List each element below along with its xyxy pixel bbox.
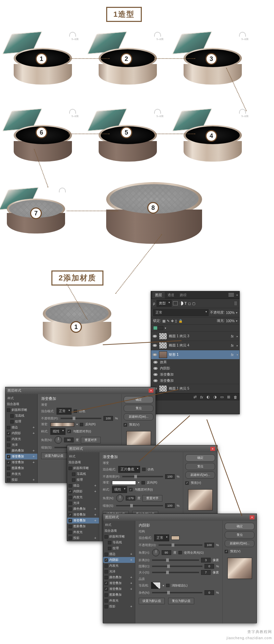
cancel-button[interactable]: 复位	[185, 463, 215, 470]
reset-align-button[interactable]: 重置对齐	[142, 495, 162, 502]
fill-value[interactable]: 100%	[226, 319, 235, 323]
style-inner-glow[interactable]: 内发光	[103, 563, 135, 569]
style-stroke[interactable]: 描边+	[67, 483, 99, 489]
contour-caret-icon[interactable]: ▾	[163, 584, 164, 587]
set-default-button[interactable]: 设置为默认值	[139, 598, 165, 604]
style-pattern-overlay[interactable]: 图案叠加	[67, 523, 99, 529]
style-checkbox[interactable]	[68, 467, 72, 470]
style-gradient-overlay[interactable]: ✓渐变叠加+	[5, 454, 37, 459]
style-drop-shadow[interactable]: 投影+	[103, 604, 135, 609]
add-icon[interactable]: +	[94, 519, 98, 522]
style-stroke[interactable]: 描边+	[103, 551, 135, 557]
visibility-toggle-icon[interactable]	[153, 379, 158, 382]
style-checkbox[interactable]: ✓	[7, 455, 10, 458]
layer-row-ellipse-copy5[interactable]: 椭圆 1 拷贝 5	[151, 384, 239, 393]
style-checkbox[interactable]	[68, 525, 72, 528]
style-checkbox[interactable]: ✓	[104, 558, 108, 562]
style-outer-glow[interactable]: 外发光	[5, 471, 37, 477]
gradient-style-dropdown[interactable]: 线性	[50, 428, 65, 435]
effect-gradient-overlay-1[interactable]: 渐变叠加	[151, 371, 239, 378]
style-texture[interactable]: 纹理	[67, 477, 99, 483]
style-bevel[interactable]: 斜面和浮雕	[5, 407, 37, 413]
style-pattern-overlay[interactable]: 图案叠加	[5, 465, 37, 471]
style-stroke[interactable]: 描边+	[5, 425, 37, 430]
style-checkbox[interactable]	[68, 531, 72, 534]
add-icon[interactable]: +	[33, 426, 36, 429]
style-checkbox[interactable]	[7, 478, 10, 482]
effect-inner-shadow[interactable]: 内阴影	[151, 365, 239, 371]
angle-dial[interactable]	[54, 436, 62, 444]
gradient-swatch[interactable]	[50, 422, 74, 427]
visibility-toggle-icon[interactable]	[153, 373, 158, 376]
style-gradient-overlay[interactable]: ✓渐变叠加+	[67, 512, 99, 518]
lock-pos-icon[interactable]: ✥	[171, 319, 174, 323]
align-checkbox[interactable]: ✓	[67, 430, 71, 433]
panel-close-icon[interactable]: «	[236, 293, 238, 297]
layer-chevron-icon[interactable]: ▾	[165, 327, 166, 330]
fx-expand-icon[interactable]: ▸	[237, 344, 238, 347]
blend-mode-dropdown[interactable]: 正常	[153, 309, 209, 316]
style-checkbox[interactable]	[104, 564, 108, 568]
add-icon[interactable]: +	[94, 536, 98, 540]
noise-slider[interactable]	[152, 592, 202, 593]
cancel-button[interactable]: 复位	[124, 405, 153, 412]
style-checkbox[interactable]	[7, 438, 10, 441]
new-style-button[interactable]: 新建样式(W)...	[124, 413, 153, 420]
size-value[interactable]: 7	[201, 570, 211, 575]
style-gradient-overlay-2[interactable]: ✓渐变叠加+	[67, 518, 99, 523]
dialog-close-icon[interactable]: ×	[210, 447, 215, 451]
reset-align-button[interactable]: 重置对齐	[81, 437, 101, 443]
style-checkbox[interactable]	[104, 570, 108, 573]
filter-icon-text-icon[interactable]: T	[185, 302, 187, 305]
style-color-overlay[interactable]: 颜色叠加+	[103, 574, 135, 580]
style-checkbox[interactable]	[104, 576, 108, 579]
opacity-slider[interactable]	[159, 544, 202, 546]
style-checkbox[interactable]	[7, 408, 10, 412]
style-checkbox[interactable]: ✓	[68, 490, 72, 493]
lock-artboard-icon[interactable]: ▯	[175, 319, 177, 323]
style-checkbox[interactable]	[104, 605, 108, 608]
add-icon[interactable]: +	[130, 558, 134, 562]
style-checkbox[interactable]: ✓	[104, 588, 108, 591]
ok-button[interactable]: 确定	[185, 454, 215, 462]
style-checkbox[interactable]	[108, 547, 111, 550]
style-bevel[interactable]: 斜面和浮雕	[67, 465, 99, 471]
add-icon[interactable]: +	[130, 552, 134, 556]
style-checkbox[interactable]	[104, 599, 108, 603]
style-drop-shadow[interactable]: 投影+	[67, 535, 99, 541]
opacity-slider[interactable]	[61, 418, 101, 419]
style-drop-shadow[interactable]: 投影+	[5, 477, 37, 483]
opacity-value[interactable]: 100	[103, 416, 113, 421]
style-checkbox[interactable]	[68, 536, 72, 540]
antialias-checkbox[interactable]	[166, 584, 170, 587]
style-checkbox[interactable]	[10, 420, 14, 424]
add-icon[interactable]: +	[94, 490, 98, 493]
style-gradient-overlay-2[interactable]: ✓渐变叠加+	[5, 459, 37, 465]
add-icon[interactable]: +	[94, 513, 98, 517]
style-checkbox[interactable]	[104, 535, 108, 539]
angle-value[interactable]: 90	[162, 550, 171, 555]
dialog-close-icon[interactable]: ×	[250, 515, 254, 519]
style-color-overlay[interactable]: 颜色叠加+	[67, 506, 99, 512]
layer-mask-icon[interactable]: ◐	[207, 395, 210, 399]
add-icon[interactable]: +	[33, 478, 36, 482]
style-satin[interactable]: 光泽	[5, 442, 37, 448]
style-checkbox[interactable]	[68, 484, 72, 488]
style-checkbox[interactable]	[7, 467, 10, 470]
add-icon[interactable]: +	[33, 455, 36, 458]
fx-expand-icon[interactable]: ▾	[237, 353, 238, 356]
channels-tab[interactable]: 通道	[165, 292, 177, 299]
fx-expand-icon[interactable]: ▸	[237, 335, 238, 338]
visibility-toggle-icon[interactable]	[152, 353, 157, 356]
add-icon[interactable]: +	[130, 605, 134, 608]
set-default-button[interactable]: 设置为默认值	[41, 453, 67, 459]
blending-options[interactable]: 混合选项	[67, 459, 99, 465]
opacity-caret-icon[interactable]: ▾	[236, 311, 237, 314]
style-checkbox[interactable]	[7, 426, 10, 429]
filter-icon-smart-icon[interactable]: ▢	[192, 302, 195, 305]
style-inner-shadow[interactable]: ✓内阴影+	[67, 489, 99, 494]
style-checkbox[interactable]	[7, 443, 10, 447]
style-checkbox[interactable]: ✓	[68, 513, 72, 517]
style-checkbox[interactable]	[68, 507, 72, 511]
gradient-swatch[interactable]	[112, 481, 136, 485]
